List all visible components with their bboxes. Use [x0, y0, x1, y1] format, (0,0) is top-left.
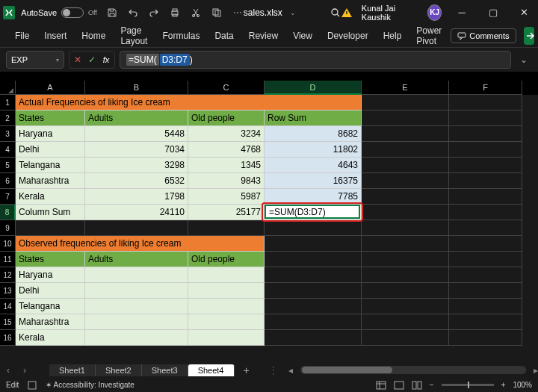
tab-insert[interactable]: Insert	[38, 28, 72, 44]
row-header[interactable]: 7	[0, 189, 16, 205]
maximize-button[interactable]: ▢	[482, 0, 504, 25]
view-pagebreak-icon[interactable]	[412, 381, 422, 390]
row-header[interactable]: 8	[0, 205, 16, 220]
zoom-slider[interactable]	[442, 384, 494, 386]
spreadsheet-grid[interactable]: A B C D E F 1 Actual Frequencies of liki…	[0, 81, 538, 362]
cell[interactable]	[188, 330, 265, 346]
search-icon[interactable]	[330, 7, 341, 18]
cell[interactable]	[449, 283, 522, 299]
cell[interactable]	[362, 111, 449, 126]
redo-icon[interactable]	[148, 7, 160, 19]
tab-data[interactable]: Data	[208, 28, 239, 44]
expand-formula-icon[interactable]: ⌄	[516, 55, 532, 65]
cell[interactable]: 1798	[85, 189, 188, 205]
toggle-switch[interactable]	[61, 7, 84, 18]
tab-next-icon[interactable]: ›	[16, 365, 33, 376]
cell[interactable]	[449, 95, 522, 111]
cell[interactable]	[449, 173, 522, 189]
cell[interactable]	[449, 299, 522, 314]
cell[interactable]: 11802	[265, 142, 362, 158]
cell[interactable]: 25177	[188, 205, 265, 220]
cell[interactable]: Haryana	[16, 126, 85, 142]
cell[interactable]	[362, 299, 449, 314]
cell[interactable]: Kerala	[16, 189, 85, 205]
cell[interactable]	[362, 314, 449, 330]
cell[interactable]: Delhi	[16, 142, 85, 158]
cell[interactable]: 24110	[85, 205, 188, 220]
cut-icon[interactable]	[190, 7, 202, 19]
tab-prev-icon[interactable]: ‹	[0, 365, 16, 376]
cell[interactable]	[362, 95, 449, 111]
row-header[interactable]: 10	[0, 236, 16, 252]
cell[interactable]	[265, 236, 362, 252]
cell[interactable]	[449, 330, 522, 346]
cell[interactable]	[85, 267, 188, 283]
col-header-c[interactable]: C	[188, 81, 265, 95]
tab-view[interactable]: View	[287, 28, 318, 44]
cell[interactable]	[85, 299, 188, 314]
cell[interactable]	[265, 267, 362, 283]
cell[interactable]	[362, 205, 449, 220]
sheet-tab[interactable]: Sheet1	[49, 364, 96, 376]
cell[interactable]	[362, 142, 449, 158]
cell[interactable]	[362, 252, 449, 267]
cell[interactable]	[188, 283, 265, 299]
cell[interactable]	[265, 299, 362, 314]
warning-icon[interactable]	[341, 7, 353, 19]
cell[interactable]	[362, 220, 449, 236]
cell[interactable]	[449, 236, 522, 252]
hdr-rowsum[interactable]: Row Sum	[265, 111, 362, 126]
cell[interactable]: 3234	[188, 126, 265, 142]
undo-icon[interactable]	[127, 7, 139, 19]
zoom-in-button[interactable]: +	[501, 381, 506, 389]
view-normal-icon[interactable]	[376, 381, 386, 390]
cell[interactable]	[362, 158, 449, 173]
cell[interactable]	[449, 142, 522, 158]
hdr-states[interactable]: States	[16, 111, 85, 126]
row-header[interactable]: 13	[0, 283, 16, 299]
cell[interactable]	[449, 158, 522, 173]
tab-page-layout[interactable]: Page Layout	[114, 22, 153, 49]
cell[interactable]: 8682	[265, 126, 362, 142]
avatar[interactable]: KJ	[427, 4, 442, 21]
cell[interactable]	[188, 314, 265, 330]
cell[interactable]: 7785	[265, 189, 362, 205]
scroll-right-icon[interactable]: ▸	[534, 365, 538, 376]
zoom-out-button[interactable]: −	[430, 381, 434, 389]
row-header[interactable]: 12	[0, 267, 16, 283]
cell[interactable]	[85, 314, 188, 330]
sheet-tab-active[interactable]: Sheet4	[188, 364, 235, 376]
table1-title[interactable]: Actual Frequencies of liking Ice cream	[16, 95, 362, 111]
copy-icon[interactable]	[211, 7, 223, 19]
cell[interactable]	[188, 267, 265, 283]
row-header[interactable]: 4	[0, 142, 16, 158]
cell[interactable]: Telangana	[16, 158, 85, 173]
cell[interactable]: States	[16, 252, 85, 267]
add-sheet-button[interactable]: +	[235, 364, 259, 376]
name-box[interactable]: EXP▾	[6, 51, 64, 69]
cell[interactable]: Maharashtra	[16, 314, 85, 330]
row-header[interactable]: 2	[0, 111, 16, 126]
tab-home[interactable]: Home	[75, 28, 111, 44]
comments-button[interactable]: Comments	[451, 28, 516, 43]
row-header[interactable]: 1	[0, 95, 16, 111]
tab-developer[interactable]: Developer	[321, 28, 374, 44]
user-name[interactable]: Kunal Jai Kaushik	[362, 4, 418, 22]
hdr-old[interactable]: Old people	[188, 111, 265, 126]
chevron-down-icon[interactable]: ⌄	[290, 9, 296, 16]
tab-power-pivot[interactable]: Power Pivot	[410, 22, 448, 49]
select-all-button[interactable]	[0, 81, 16, 95]
cell[interactable]	[16, 220, 85, 236]
col-header-d[interactable]: D	[265, 81, 362, 95]
cell[interactable]: 6532	[85, 173, 188, 189]
tab-formulas[interactable]: Formulas	[156, 28, 205, 44]
row-header[interactable]: 3	[0, 126, 16, 142]
cell[interactable]	[85, 330, 188, 346]
cell[interactable]	[85, 283, 188, 299]
cell[interactable]: 1345	[188, 158, 265, 173]
cell[interactable]: 5987	[188, 189, 265, 205]
row-header[interactable]: 6	[0, 173, 16, 189]
cancel-icon[interactable]: ✕	[72, 55, 83, 65]
row-header[interactable]: 9	[0, 220, 16, 236]
cell[interactable]	[449, 314, 522, 330]
